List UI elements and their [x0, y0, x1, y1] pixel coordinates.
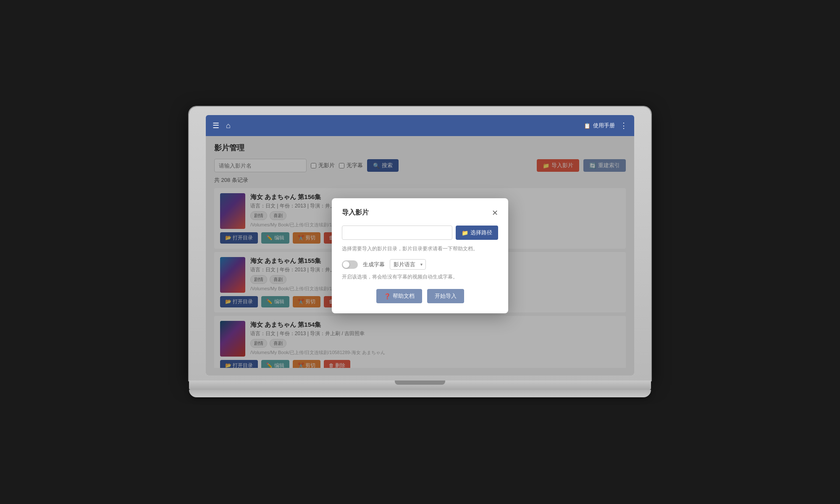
manual-button[interactable]: 📋 使用手册 [584, 122, 615, 129]
start-import-button[interactable]: 开始导入 [427, 289, 464, 303]
import-modal: 导入影片 ✕ 📁 选择路径 选择需要导入的影片目录，影片目录要求请看一下帮 [332, 198, 508, 313]
help-btn-label: 帮助文档 [393, 292, 415, 300]
modal-header: 导入影片 ✕ [342, 208, 498, 217]
header-right: 📋 使用手册 ⋮ [584, 121, 627, 130]
menu-icon[interactable]: ☰ [213, 121, 219, 130]
laptop-notch [395, 381, 445, 385]
modal-title: 导入影片 [342, 208, 369, 217]
laptop-bottom [189, 390, 651, 397]
modal-path-row: 📁 选择路径 [342, 226, 498, 240]
help-icon: ❓ [384, 293, 391, 299]
subtitle-toggle[interactable] [342, 260, 358, 269]
modal-close-button[interactable]: ✕ [492, 209, 498, 217]
header-left: ☰ ⌂ [213, 121, 231, 130]
choose-path-label: 选择路径 [470, 229, 492, 236]
choose-path-button[interactable]: 📁 选择路径 [456, 226, 498, 240]
laptop-frame: ☰ ⌂ 📋 使用手册 ⋮ 影片管理 [189, 107, 651, 397]
screen-bezel: ☰ ⌂ 📋 使用手册 ⋮ 影片管理 [189, 107, 651, 381]
header: ☰ ⌂ 📋 使用手册 ⋮ [206, 115, 634, 136]
help-button[interactable]: ❓ 帮助文档 [376, 289, 422, 303]
language-select[interactable]: 影片语言 日文 中文 英文 [390, 259, 426, 270]
modal-hint: 选择需要导入的影片目录，影片目录要求请看一下帮助文档。 [342, 245, 498, 252]
modal-option-hint: 开启该选项，将会给没有字幕的视频自动生成字幕。 [342, 273, 498, 281]
folder-icon: 📁 [462, 230, 468, 236]
home-icon[interactable]: ⌂ [226, 121, 231, 130]
toggle-knob [343, 261, 349, 268]
language-select-wrapper: 影片语言 日文 中文 英文 [390, 259, 426, 270]
laptop-screen: ☰ ⌂ 📋 使用手册 ⋮ 影片管理 [206, 115, 634, 375]
generate-subtitle-label: 生成字幕 [363, 261, 385, 268]
modal-path-input[interactable] [342, 226, 452, 240]
main-content: 影片管理 无影片 无字幕 🔍 搜索 [206, 136, 634, 375]
modal-option-row: 生成字幕 影片语言 日文 中文 英文 [342, 259, 498, 270]
modal-footer: ❓ 帮助文档 开始导入 [342, 289, 498, 303]
app-container: ☰ ⌂ 📋 使用手册 ⋮ 影片管理 [206, 115, 634, 375]
modal-overlay: 导入影片 ✕ 📁 选择路径 选择需要导入的影片目录，影片目录要求请看一下帮 [206, 136, 634, 375]
start-btn-label: 开始导入 [435, 293, 457, 299]
more-icon[interactable]: ⋮ [620, 121, 627, 130]
manual-label: 使用手册 [593, 122, 615, 129]
laptop-base [189, 381, 651, 390]
manual-icon: 📋 [584, 123, 591, 129]
